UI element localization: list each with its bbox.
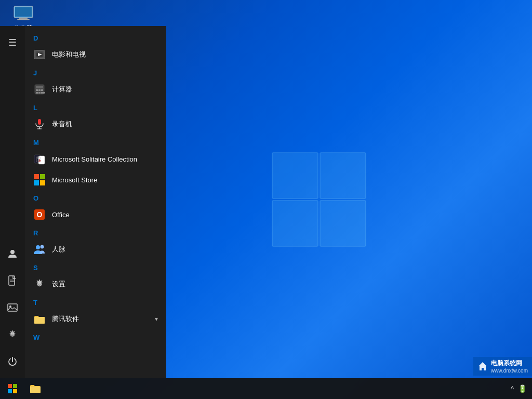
this-pc-icon (13, 5, 34, 22)
movies-icon (33, 48, 46, 61)
svg-rect-28 (38, 89, 41, 91)
svg-rect-41 (40, 174, 45, 179)
people-icon (33, 243, 46, 256)
windows-start-icon (8, 384, 17, 393)
start-menu: ☰ (0, 26, 166, 378)
svg-rect-50 (8, 384, 12, 388)
app-label-people: 人脉 (52, 245, 65, 254)
svg-rect-11 (17, 19, 30, 20)
section-letter-w: W (25, 329, 166, 343)
power-button[interactable] (0, 349, 25, 374)
taskbar: ^ 🔋 (0, 378, 532, 399)
user-account-button[interactable] (0, 241, 25, 266)
watermark-subtext: www.dnxtw.com (491, 368, 528, 374)
app-label-movies: 电影和电视 (52, 50, 86, 59)
app-label-ms-store: Microsoft Store (52, 176, 97, 184)
svg-rect-53 (13, 389, 17, 393)
recorder-icon (33, 118, 46, 130)
svg-rect-42 (34, 180, 39, 185)
app-item-solitaire[interactable]: ♠ 🂡 Microsoft Solitaire Collection (25, 149, 166, 169)
svg-rect-0 (272, 153, 318, 198)
settings-app-icon (33, 278, 46, 290)
svg-rect-26 (36, 86, 43, 88)
svg-text:O: O (37, 210, 43, 219)
app-label-calculator: 计算器 (52, 85, 72, 94)
section-letter-m: M (25, 135, 166, 149)
calculator-icon (33, 83, 46, 96)
app-item-people[interactable]: 人脉 (25, 239, 166, 260)
app-label-solitaire: Microsoft Solitaire Collection (52, 155, 137, 163)
solitaire-icon: ♠ 🂡 (33, 153, 46, 165)
svg-rect-30 (36, 92, 38, 94)
svg-rect-32 (41, 92, 45, 94)
section-letter-l: L (25, 100, 166, 114)
hamburger-icon: ☰ (8, 37, 17, 48)
start-menu-sidebar: ☰ (0, 26, 25, 378)
photo-icon (7, 302, 18, 313)
svg-rect-22 (35, 50, 36, 59)
app-item-tencent[interactable]: 腾讯软件 ▾ (25, 309, 166, 329)
svg-rect-10 (19, 18, 28, 19)
svg-rect-49 (34, 317, 45, 324)
windows-logo-desktop (267, 148, 371, 251)
office-icon: O (33, 208, 46, 221)
app-label-office: Office (52, 211, 70, 219)
start-button[interactable] (0, 378, 25, 399)
app-label-tencent: 腾讯软件 (52, 314, 79, 324)
svg-rect-33 (38, 119, 41, 125)
svg-rect-29 (41, 89, 43, 91)
app-item-settings[interactable]: 设置 (25, 274, 166, 295)
document-icon (8, 275, 17, 286)
svg-rect-40 (34, 174, 39, 179)
photos-button[interactable] (0, 295, 25, 320)
app-item-recorder[interactable]: 录音机 (25, 114, 166, 135)
svg-point-12 (10, 250, 15, 254)
tencent-folder-icon (33, 313, 46, 325)
watermark-house-icon (477, 361, 488, 371)
section-letter-r: R (25, 225, 166, 239)
settings-sidebar-button[interactable] (0, 322, 25, 347)
system-tray-battery: 🔋 (518, 384, 527, 393)
desktop: 此电脑 ☰ (0, 0, 532, 399)
file-explorer-taskbar-button[interactable] (25, 378, 46, 399)
section-letter-t: T (25, 295, 166, 309)
section-letter-o: O (25, 190, 166, 204)
svg-rect-27 (36, 89, 38, 91)
svg-rect-23 (43, 50, 44, 59)
watermark: 电脑系统网 www.dnxtw.com (473, 357, 532, 376)
user-icon (7, 248, 18, 259)
section-letter-j: J (25, 65, 166, 79)
svg-rect-9 (15, 7, 32, 17)
svg-point-46 (36, 245, 40, 249)
app-list: D 电影和电视 J (25, 26, 166, 378)
svg-rect-52 (8, 389, 12, 393)
section-letter-s: S (25, 260, 166, 274)
svg-rect-31 (38, 92, 41, 94)
app-item-movies[interactable]: 电影和电视 (25, 44, 166, 65)
gear-icon (7, 329, 18, 340)
power-icon (7, 356, 18, 367)
app-item-calculator[interactable]: 计算器 (25, 79, 166, 100)
svg-rect-16 (8, 304, 17, 311)
svg-rect-43 (40, 180, 45, 185)
svg-rect-3 (320, 201, 366, 246)
app-label-settings: 设置 (52, 280, 65, 289)
submenu-chevron-icon: ▾ (155, 315, 158, 323)
file-explorer-icon (30, 384, 41, 393)
svg-rect-54 (30, 387, 41, 393)
notification-arrow[interactable]: ^ (511, 385, 514, 392)
sidebar-bottom-icons (0, 241, 25, 378)
section-letter-d: D (25, 30, 166, 44)
svg-marker-55 (478, 362, 487, 370)
hamburger-menu-button[interactable]: ☰ (0, 30, 25, 55)
svg-rect-13 (9, 276, 15, 285)
app-item-ms-store[interactable]: Microsoft Store (25, 169, 166, 190)
watermark-text: 电脑系统网 (491, 359, 528, 368)
ms-store-icon (33, 174, 46, 186)
svg-rect-51 (13, 384, 17, 388)
documents-button[interactable] (0, 268, 25, 293)
svg-text:🂡: 🂡 (36, 156, 41, 163)
svg-rect-1 (320, 153, 366, 198)
taskbar-right: ^ 🔋 (511, 384, 532, 393)
app-item-office[interactable]: O Office (25, 204, 166, 225)
